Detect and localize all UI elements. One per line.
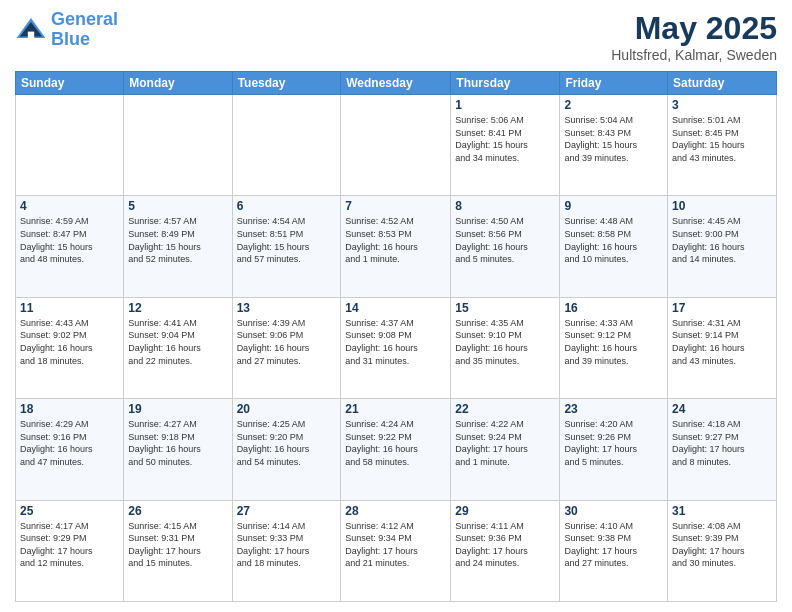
day-info: Sunrise: 4:14 AM Sunset: 9:33 PM Dayligh… [237,520,337,570]
day-number: 19 [128,402,227,416]
subtitle: Hultsfred, Kalmar, Sweden [611,47,777,63]
calendar-cell: 16Sunrise: 4:33 AM Sunset: 9:12 PM Dayli… [560,297,668,398]
day-info: Sunrise: 4:20 AM Sunset: 9:26 PM Dayligh… [564,418,663,468]
calendar-cell: 30Sunrise: 4:10 AM Sunset: 9:38 PM Dayli… [560,500,668,601]
day-info: Sunrise: 4:08 AM Sunset: 9:39 PM Dayligh… [672,520,772,570]
day-header-monday: Monday [124,72,232,95]
day-info: Sunrise: 4:48 AM Sunset: 8:58 PM Dayligh… [564,215,663,265]
day-number: 8 [455,199,555,213]
logo: General Blue [15,10,118,50]
calendar-cell: 28Sunrise: 4:12 AM Sunset: 9:34 PM Dayli… [341,500,451,601]
calendar-header-row: SundayMondayTuesdayWednesdayThursdayFrid… [16,72,777,95]
day-info: Sunrise: 4:12 AM Sunset: 9:34 PM Dayligh… [345,520,446,570]
calendar-cell: 9Sunrise: 4:48 AM Sunset: 8:58 PM Daylig… [560,196,668,297]
calendar-cell: 17Sunrise: 4:31 AM Sunset: 9:14 PM Dayli… [668,297,777,398]
day-header-thursday: Thursday [451,72,560,95]
day-number: 30 [564,504,663,518]
week-row-5: 25Sunrise: 4:17 AM Sunset: 9:29 PM Dayli… [16,500,777,601]
day-info: Sunrise: 5:01 AM Sunset: 8:45 PM Dayligh… [672,114,772,164]
logo-icon [15,14,47,46]
day-info: Sunrise: 5:06 AM Sunset: 8:41 PM Dayligh… [455,114,555,164]
day-number: 15 [455,301,555,315]
calendar-cell: 21Sunrise: 4:24 AM Sunset: 9:22 PM Dayli… [341,399,451,500]
calendar-cell: 5Sunrise: 4:57 AM Sunset: 8:49 PM Daylig… [124,196,232,297]
week-row-2: 4Sunrise: 4:59 AM Sunset: 8:47 PM Daylig… [16,196,777,297]
day-info: Sunrise: 4:59 AM Sunset: 8:47 PM Dayligh… [20,215,119,265]
day-number: 24 [672,402,772,416]
day-info: Sunrise: 4:54 AM Sunset: 8:51 PM Dayligh… [237,215,337,265]
day-number: 5 [128,199,227,213]
calendar-cell: 12Sunrise: 4:41 AM Sunset: 9:04 PM Dayli… [124,297,232,398]
calendar-cell: 23Sunrise: 4:20 AM Sunset: 9:26 PM Dayli… [560,399,668,500]
day-info: Sunrise: 4:57 AM Sunset: 8:49 PM Dayligh… [128,215,227,265]
calendar-cell: 22Sunrise: 4:22 AM Sunset: 9:24 PM Dayli… [451,399,560,500]
week-row-3: 11Sunrise: 4:43 AM Sunset: 9:02 PM Dayli… [16,297,777,398]
day-info: Sunrise: 4:31 AM Sunset: 9:14 PM Dayligh… [672,317,772,367]
day-number: 22 [455,402,555,416]
day-info: Sunrise: 4:37 AM Sunset: 9:08 PM Dayligh… [345,317,446,367]
day-number: 28 [345,504,446,518]
day-info: Sunrise: 4:24 AM Sunset: 9:22 PM Dayligh… [345,418,446,468]
week-row-4: 18Sunrise: 4:29 AM Sunset: 9:16 PM Dayli… [16,399,777,500]
day-number: 1 [455,98,555,112]
day-number: 21 [345,402,446,416]
day-number: 31 [672,504,772,518]
main-title: May 2025 [611,10,777,47]
day-info: Sunrise: 4:27 AM Sunset: 9:18 PM Dayligh… [128,418,227,468]
day-info: Sunrise: 4:43 AM Sunset: 9:02 PM Dayligh… [20,317,119,367]
calendar-cell: 6Sunrise: 4:54 AM Sunset: 8:51 PM Daylig… [232,196,341,297]
day-number: 6 [237,199,337,213]
day-info: Sunrise: 4:10 AM Sunset: 9:38 PM Dayligh… [564,520,663,570]
day-number: 17 [672,301,772,315]
logo-text: General Blue [51,10,118,50]
day-info: Sunrise: 4:39 AM Sunset: 9:06 PM Dayligh… [237,317,337,367]
calendar-cell: 19Sunrise: 4:27 AM Sunset: 9:18 PM Dayli… [124,399,232,500]
calendar-cell [341,95,451,196]
day-number: 4 [20,199,119,213]
calendar-cell: 1Sunrise: 5:06 AM Sunset: 8:41 PM Daylig… [451,95,560,196]
day-info: Sunrise: 4:50 AM Sunset: 8:56 PM Dayligh… [455,215,555,265]
day-info: Sunrise: 5:04 AM Sunset: 8:43 PM Dayligh… [564,114,663,164]
calendar-cell: 2Sunrise: 5:04 AM Sunset: 8:43 PM Daylig… [560,95,668,196]
day-number: 14 [345,301,446,315]
day-info: Sunrise: 4:45 AM Sunset: 9:00 PM Dayligh… [672,215,772,265]
day-number: 18 [20,402,119,416]
day-header-sunday: Sunday [16,72,124,95]
day-header-wednesday: Wednesday [341,72,451,95]
day-info: Sunrise: 4:41 AM Sunset: 9:04 PM Dayligh… [128,317,227,367]
day-info: Sunrise: 4:25 AM Sunset: 9:20 PM Dayligh… [237,418,337,468]
day-info: Sunrise: 4:52 AM Sunset: 8:53 PM Dayligh… [345,215,446,265]
day-info: Sunrise: 4:22 AM Sunset: 9:24 PM Dayligh… [455,418,555,468]
page: General Blue May 2025 Hultsfred, Kalmar,… [0,0,792,612]
calendar-cell: 24Sunrise: 4:18 AM Sunset: 9:27 PM Dayli… [668,399,777,500]
day-info: Sunrise: 4:17 AM Sunset: 9:29 PM Dayligh… [20,520,119,570]
calendar-cell: 25Sunrise: 4:17 AM Sunset: 9:29 PM Dayli… [16,500,124,601]
day-header-friday: Friday [560,72,668,95]
day-number: 10 [672,199,772,213]
day-number: 11 [20,301,119,315]
day-info: Sunrise: 4:35 AM Sunset: 9:10 PM Dayligh… [455,317,555,367]
calendar-cell: 27Sunrise: 4:14 AM Sunset: 9:33 PM Dayli… [232,500,341,601]
day-info: Sunrise: 4:29 AM Sunset: 9:16 PM Dayligh… [20,418,119,468]
calendar-cell [124,95,232,196]
title-block: May 2025 Hultsfred, Kalmar, Sweden [611,10,777,63]
calendar-cell: 15Sunrise: 4:35 AM Sunset: 9:10 PM Dayli… [451,297,560,398]
calendar-cell: 29Sunrise: 4:11 AM Sunset: 9:36 PM Dayli… [451,500,560,601]
calendar-cell: 7Sunrise: 4:52 AM Sunset: 8:53 PM Daylig… [341,196,451,297]
calendar-cell: 10Sunrise: 4:45 AM Sunset: 9:00 PM Dayli… [668,196,777,297]
calendar-cell: 13Sunrise: 4:39 AM Sunset: 9:06 PM Dayli… [232,297,341,398]
day-number: 16 [564,301,663,315]
calendar-cell [232,95,341,196]
week-row-1: 1Sunrise: 5:06 AM Sunset: 8:41 PM Daylig… [16,95,777,196]
day-number: 23 [564,402,663,416]
calendar-cell: 3Sunrise: 5:01 AM Sunset: 8:45 PM Daylig… [668,95,777,196]
day-number: 9 [564,199,663,213]
day-info: Sunrise: 4:15 AM Sunset: 9:31 PM Dayligh… [128,520,227,570]
day-info: Sunrise: 4:11 AM Sunset: 9:36 PM Dayligh… [455,520,555,570]
day-number: 3 [672,98,772,112]
calendar-cell: 8Sunrise: 4:50 AM Sunset: 8:56 PM Daylig… [451,196,560,297]
day-number: 12 [128,301,227,315]
header: General Blue May 2025 Hultsfred, Kalmar,… [15,10,777,63]
calendar-cell: 4Sunrise: 4:59 AM Sunset: 8:47 PM Daylig… [16,196,124,297]
day-number: 29 [455,504,555,518]
